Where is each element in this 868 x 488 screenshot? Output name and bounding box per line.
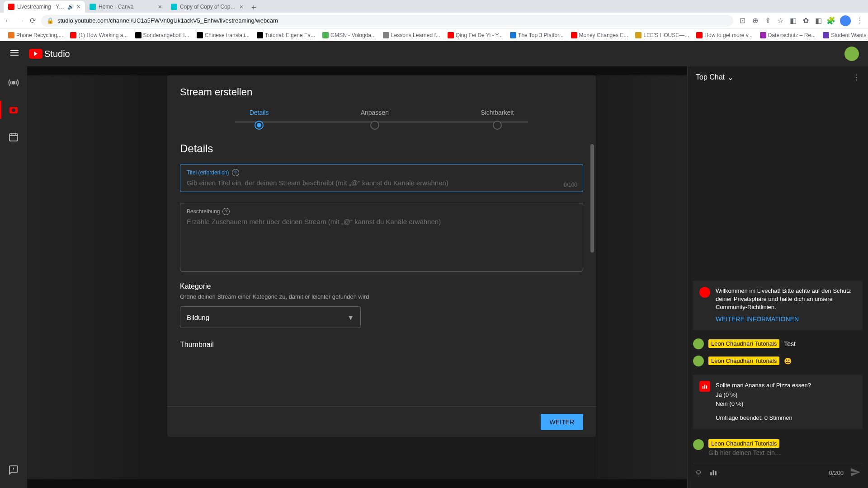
category-select[interactable]: Bildung ▼ — [180, 306, 361, 328]
tab-active[interactable]: Livestreaming - YouTube S 🔊 × — [4, 1, 85, 13]
puzzle-icon[interactable]: 🧩 — [827, 17, 835, 24]
channel-avatar[interactable] — [844, 47, 859, 61]
welcome-box: Willkommen im Livechat! Bitte achte auf … — [693, 281, 863, 330]
bookmark[interactable]: Chinese translati... — [194, 32, 252, 38]
url-text: studio.youtube.com/channel/UC1a5FWVn0gUk… — [57, 17, 278, 24]
title-input[interactable] — [187, 176, 576, 187]
step-visibility[interactable]: Sichtbarkeit — [481, 109, 514, 130]
bookmark[interactable]: The Top 3 Platfor... — [507, 32, 566, 38]
bookmark[interactable]: (1) How Working a... — [67, 32, 130, 38]
scrollbar[interactable] — [590, 144, 594, 404]
chat-mode-selector[interactable]: Top Chat ⌄ — [696, 73, 733, 82]
svg-rect-3 — [9, 134, 18, 141]
bookmark-favicon — [696, 32, 703, 38]
new-tab-button[interactable]: + — [248, 3, 260, 13]
menu-icon[interactable]: ⋮ — [856, 17, 863, 24]
hamburger-icon[interactable] — [9, 47, 20, 60]
desc-field-group[interactable]: Beschreibung ? — [180, 203, 583, 272]
video-icon[interactable]: ⊡ — [739, 17, 746, 24]
close-icon[interactable]: × — [158, 3, 162, 10]
close-icon[interactable]: × — [77, 3, 80, 10]
bookmark-favicon — [448, 32, 454, 38]
bookmark[interactable]: Phone Recycling,... — [5, 32, 66, 38]
close-icon[interactable]: × — [240, 3, 243, 10]
step-customize[interactable]: Anpassen — [361, 109, 389, 130]
step-details[interactable]: Details — [250, 109, 269, 130]
svg-rect-7 — [711, 472, 712, 475]
tab-favicon — [171, 4, 177, 10]
avatar[interactable] — [693, 439, 704, 450]
chat-input[interactable]: Gib hier deinen Text ein… — [708, 449, 863, 456]
back-button[interactable]: ← — [5, 17, 12, 25]
svg-rect-5 — [704, 385, 705, 389]
share-icon[interactable]: ⇧ — [764, 17, 771, 24]
svg-point-2 — [12, 108, 15, 112]
reload-button[interactable]: ⟳ — [30, 16, 36, 25]
chat-message: Leon Chaudhari Tutorials Test — [693, 337, 863, 351]
user-badge[interactable]: Leon Chaudhari Tutorials — [708, 357, 779, 365]
forward-button[interactable]: → — [17, 17, 24, 25]
next-button[interactable]: WEITER — [541, 414, 583, 430]
chat-panel: Top Chat ⌄ ⋮ Willkommen im Livechat! Bit… — [687, 66, 868, 488]
ext-icon[interactable]: ◧ — [789, 17, 797, 24]
tab-favicon — [8, 4, 14, 10]
bookmark[interactable]: Student Wants an... — [820, 32, 868, 38]
poll-status: Umfrage beendet: 0 Stimmen — [716, 413, 811, 423]
bookmark[interactable]: LEE'S HOUSE—... — [632, 32, 692, 38]
poll-option: Ja (0 %) — [716, 390, 811, 400]
bookmark-favicon — [257, 32, 263, 38]
zoom-icon[interactable]: ⊕ — [751, 17, 759, 24]
rail-calendar-icon[interactable] — [5, 128, 23, 146]
bookmark[interactable]: Money Changes E... — [568, 32, 631, 38]
bookmark-favicon — [760, 32, 766, 38]
preview-blur-right — [597, 75, 687, 479]
poll-option: Nein (0 %) — [716, 399, 811, 409]
user-badge[interactable]: Leon Chaudhari Tutorials — [708, 339, 779, 348]
bookmark[interactable]: Lessons Learned f... — [380, 32, 443, 38]
rail-feedback-icon[interactable] — [5, 461, 23, 479]
category-desc: Ordne deinen Stream einer Kategorie zu, … — [180, 293, 583, 300]
help-icon[interactable]: ? — [232, 169, 239, 176]
rail-stream-icon[interactable] — [5, 74, 23, 92]
tab[interactable]: Home - Canva × — [85, 1, 166, 13]
help-icon[interactable]: ? — [222, 208, 230, 215]
category-title: Kategorie — [180, 282, 583, 291]
step-dot — [370, 121, 379, 130]
title-field-group[interactable]: Titel (erforderlich) ? 0/100 — [180, 164, 583, 192]
ext-icon[interactable]: ✿ — [802, 17, 809, 24]
send-icon[interactable] — [850, 467, 861, 479]
avatar[interactable] — [693, 356, 704, 366]
thumbnail-title: Thumbnail — [180, 341, 583, 349]
desc-input[interactable] — [187, 215, 576, 265]
step-dot — [255, 121, 264, 130]
avatar[interactable] — [693, 338, 704, 349]
step-dot — [493, 121, 502, 130]
poll-icon[interactable] — [709, 468, 717, 478]
svg-rect-6 — [706, 385, 707, 389]
url-field[interactable]: 🔒 studio.youtube.com/channel/UC1a5FWVn0g… — [41, 15, 733, 27]
profile-avatar[interactable] — [840, 15, 851, 26]
bookmark[interactable]: GMSN - Vologda... — [320, 32, 378, 38]
chat-header-label: Top Chat — [696, 73, 725, 81]
rail-webcam-icon[interactable] — [5, 101, 23, 119]
youtube-icon — [699, 287, 710, 298]
chevron-down-icon: ▼ — [347, 314, 354, 321]
tab[interactable]: Copy of Copy of Copy of Cop × — [166, 1, 248, 13]
audio-icon[interactable]: 🔊 — [67, 4, 74, 10]
bookmark[interactable]: How to get more v... — [693, 32, 755, 38]
bookmark[interactable]: Qing Fei De Yi - Y... — [445, 32, 505, 38]
star-icon[interactable]: ☆ — [777, 17, 784, 24]
bookmark-favicon — [823, 32, 829, 38]
welcome-link[interactable]: WEITERE INFORMATIONEN — [716, 315, 856, 324]
emoji-picker-icon[interactable]: ☺ — [695, 468, 702, 478]
bookmark[interactable]: Datenschutz – Re... — [757, 32, 818, 38]
bookmark[interactable]: Sonderangebot! I... — [132, 32, 192, 38]
ext-icon[interactable]: ◧ — [815, 17, 822, 24]
stage: Stream erstellen Details Anpassen Sichtb… — [27, 66, 687, 488]
tab-bar: Livestreaming - YouTube S 🔊 × Home - Can… — [0, 0, 868, 13]
youtube-studio-logo[interactable]: Studio — [29, 49, 70, 59]
bookmark[interactable]: Tutorial: Eigene Fa... — [254, 32, 318, 38]
chat-more-icon[interactable]: ⋮ — [853, 73, 860, 82]
lock-icon: 🔒 — [47, 17, 54, 24]
chat-input-row: Leon Chaudhari Tutorials Gib hier deinen… — [693, 436, 863, 460]
